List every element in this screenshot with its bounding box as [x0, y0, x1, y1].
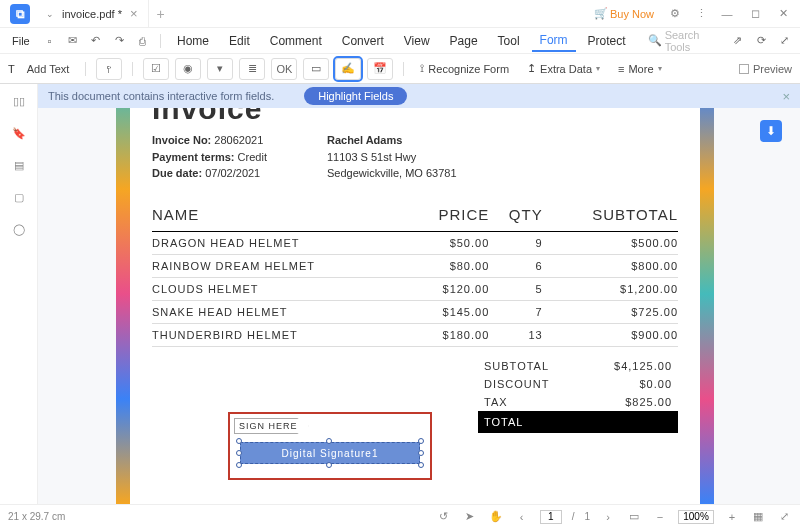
- tab-title: invoice.pdf *: [62, 8, 122, 20]
- tab-tool[interactable]: Tool: [490, 31, 528, 51]
- resize-handle[interactable]: [418, 450, 424, 456]
- form-toolbar: T Add Text ⫯ ☑ ◉ ▾ ≣ OK ▭ ✍ 📅 ⟟Recognize…: [0, 54, 800, 84]
- cloud-icon[interactable]: ⟳: [751, 30, 770, 52]
- file-menu[interactable]: File: [6, 32, 36, 50]
- search-icon: 🔍: [648, 34, 662, 47]
- settings-icon[interactable]: ⚙: [662, 4, 688, 24]
- recognize-icon: ⟟: [420, 62, 424, 75]
- digital-signature-field[interactable]: Digital Signature1: [240, 442, 420, 464]
- add-text-button[interactable]: Add Text: [21, 63, 76, 75]
- expand-icon[interactable]: ⤢: [775, 30, 794, 52]
- close-tab-icon[interactable]: ×: [130, 6, 138, 21]
- redo-icon[interactable]: ↷: [110, 30, 129, 52]
- invoice-table: NAME PRICE QTY SUBTOTAL DRAGON HEAD HELM…: [152, 202, 678, 347]
- thumbnails-icon[interactable]: ▯▯: [10, 92, 28, 110]
- search-panel-icon[interactable]: ◯: [10, 220, 28, 238]
- date-tool-icon[interactable]: 📅: [367, 58, 393, 80]
- tab-view[interactable]: View: [396, 31, 438, 51]
- checkbox-icon: [739, 64, 749, 74]
- dropdown-tool-icon[interactable]: ▾: [207, 58, 233, 80]
- search-tools-input[interactable]: 🔍Search Tools: [642, 29, 724, 53]
- mail-icon[interactable]: ✉: [63, 30, 82, 52]
- history-icon[interactable]: ↺: [436, 509, 452, 525]
- preview-toggle[interactable]: Preview: [739, 63, 792, 75]
- fullscreen-icon[interactable]: ⤢: [776, 509, 792, 525]
- left-sidebar: ▯▯ 🔖 ▤ ▢ ◯: [0, 84, 38, 504]
- tab-page[interactable]: Page: [442, 31, 486, 51]
- bookmark-icon[interactable]: 🔖: [10, 124, 28, 142]
- extra-data-button[interactable]: ↥Extra Data▾: [521, 62, 606, 75]
- decorative-stripe: [116, 84, 130, 504]
- image-tool-icon[interactable]: ▭: [303, 58, 329, 80]
- table-row: SNAKE HEAD HELMET$145.007$725.00: [152, 300, 678, 323]
- next-page-icon[interactable]: ›: [600, 509, 616, 525]
- sign-here-tag: SIGN HERE: [234, 418, 309, 434]
- app-icon: ⧉: [10, 4, 30, 24]
- cursor-icon[interactable]: ➤: [462, 509, 478, 525]
- table-row: THUNDERBIRD HELMET$180.0013$900.00: [152, 323, 678, 346]
- listbox-tool-icon[interactable]: ≣: [239, 58, 265, 80]
- attachment-icon[interactable]: ▢: [10, 188, 28, 206]
- table-row: RAINBOW DREAM HELMET$80.006$800.00: [152, 254, 678, 277]
- fit-page-icon[interactable]: ▭: [626, 509, 642, 525]
- resize-handle[interactable]: [326, 438, 332, 444]
- minimize-button[interactable]: —: [714, 4, 740, 24]
- hand-icon[interactable]: ✋: [488, 509, 504, 525]
- kebab-menu-icon[interactable]: ⋮: [688, 4, 714, 24]
- tab-comment[interactable]: Comment: [262, 31, 330, 51]
- banner-close-icon[interactable]: ×: [782, 89, 790, 104]
- resize-handle[interactable]: [236, 462, 242, 468]
- pdf-page: Invoice Invoice No: 28062021 Payment ter…: [130, 84, 700, 504]
- resize-handle[interactable]: [326, 462, 332, 468]
- buy-now-link[interactable]: 🛒Buy Now: [594, 7, 654, 20]
- form-fields-banner: This document contains interactive form …: [38, 84, 800, 108]
- resize-handle[interactable]: [418, 438, 424, 444]
- layout-icon[interactable]: ▦: [750, 509, 766, 525]
- resize-handle[interactable]: [236, 438, 242, 444]
- signature-tool-icon[interactable]: ✍: [335, 58, 361, 80]
- chevron-down-icon[interactable]: ⌄: [46, 9, 54, 19]
- save-icon[interactable]: ▫: [40, 30, 59, 52]
- page-dimensions: 21 x 29.7 cm: [8, 511, 65, 522]
- titlebar: ⧉ ⌄ invoice.pdf * × + 🛒Buy Now ⚙ ⋮ — ◻ ✕: [0, 0, 800, 28]
- decorative-stripe: [700, 84, 714, 504]
- more-button[interactable]: ≡More▾: [612, 63, 667, 75]
- tab-form[interactable]: Form: [532, 30, 576, 52]
- text-tool-icon[interactable]: T: [8, 63, 15, 75]
- download-panel-icon[interactable]: ⬇: [760, 120, 782, 142]
- maximize-button[interactable]: ◻: [742, 4, 768, 24]
- new-tab-button[interactable]: +: [149, 6, 173, 22]
- table-row: CLOUDS HELMET$120.005$1,200.00: [152, 277, 678, 300]
- recognize-form-button[interactable]: ⟟Recognize Form: [414, 62, 515, 75]
- zoom-input[interactable]: [678, 510, 714, 524]
- prev-page-icon[interactable]: ‹: [514, 509, 530, 525]
- button-tool-icon[interactable]: OK: [271, 58, 297, 80]
- upload-icon: ↥: [527, 62, 536, 75]
- zoom-in-icon[interactable]: +: [724, 509, 740, 525]
- signature-selection-box[interactable]: SIGN HERE Digital Signature1: [230, 414, 430, 478]
- tab-protect[interactable]: Protect: [580, 31, 634, 51]
- highlight-fields-button[interactable]: Highlight Fields: [304, 87, 407, 105]
- resize-handle[interactable]: [418, 462, 424, 468]
- document-tab[interactable]: ⌄ invoice.pdf * ×: [36, 0, 149, 27]
- tab-home[interactable]: Home: [169, 31, 217, 51]
- menu-icon: ≡: [618, 63, 624, 75]
- cart-icon: 🛒: [594, 7, 608, 20]
- resize-handle[interactable]: [236, 450, 242, 456]
- close-window-button[interactable]: ✕: [770, 4, 796, 24]
- checkbox-tool-icon[interactable]: ☑: [143, 58, 169, 80]
- page-number-input[interactable]: [540, 510, 562, 524]
- print-icon[interactable]: ⎙: [133, 30, 152, 52]
- statusbar: 21 x 29.7 cm ↺ ➤ ✋ ‹ / 1 › ▭ − + ▦ ⤢: [0, 504, 800, 528]
- document-canvas[interactable]: Invoice Invoice No: 28062021 Payment ter…: [38, 84, 800, 504]
- menubar: File ▫ ✉ ↶ ↷ ⎙ Home Edit Comment Convert…: [0, 28, 800, 54]
- undo-icon[interactable]: ↶: [86, 30, 105, 52]
- outline-icon[interactable]: ▤: [10, 156, 28, 174]
- zoom-out-icon[interactable]: −: [652, 509, 668, 525]
- share-icon[interactable]: ⇗: [728, 30, 747, 52]
- align-tool-icon[interactable]: ⫯: [96, 58, 122, 80]
- radio-tool-icon[interactable]: ◉: [175, 58, 201, 80]
- tab-convert[interactable]: Convert: [334, 31, 392, 51]
- tab-edit[interactable]: Edit: [221, 31, 258, 51]
- totals-block: SUBTOTAL$4,125.00 DISCOUNT$0.00 TAX$825.…: [478, 357, 678, 433]
